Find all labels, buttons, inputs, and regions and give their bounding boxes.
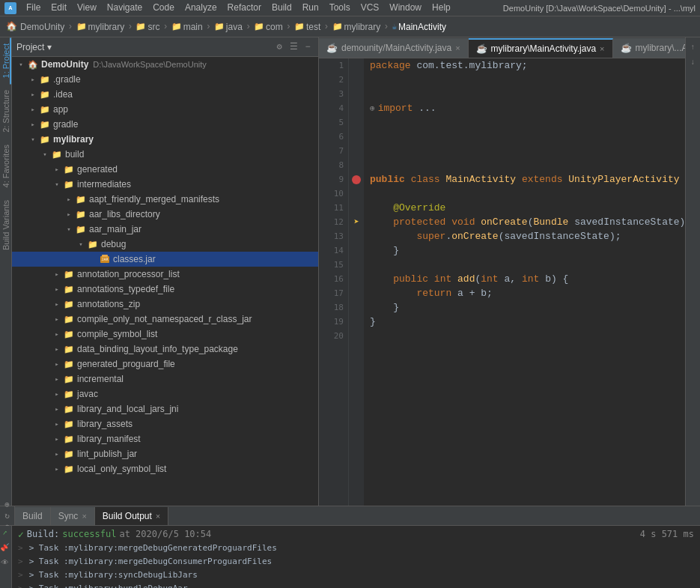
tree-item[interactable]: ▸📁compile_only_not_namespaced_r_class_ja…: [12, 312, 318, 327]
tree-item[interactable]: ▸📁.idea: [12, 87, 318, 102]
tree-item[interactable]: ▸📁compile_symbol_list: [12, 327, 318, 342]
editor-tab[interactable]: ☕mylibrary\MainActivity.java×: [469, 38, 613, 58]
panel-options-btn[interactable]: ☰: [287, 41, 299, 53]
tree-item[interactable]: ▸📁generated_proguard_file: [12, 357, 318, 372]
tree-item[interactable]: ▾📁intermediates: [12, 177, 318, 192]
tree-arrow-icon: ▾: [75, 238, 87, 250]
bottom-tab[interactable]: Build Output ×: [95, 507, 168, 525]
tree-item[interactable]: ▸📁aapt_friendly_merged_manifests: [12, 192, 318, 207]
breadcrumb-test[interactable]: test: [306, 22, 320, 32]
tree-item[interactable]: ▸📁javac: [12, 387, 318, 401]
menu-item-run[interactable]: Run: [297, 1, 324, 13]
line-number: 12: [319, 215, 348, 229]
breadcrumb-mainactivity[interactable]: MainActivity: [398, 22, 446, 32]
tree-item[interactable]: ▸📁gradle: [12, 117, 318, 132]
bottom-pin-btn[interactable]: 📌: [0, 540, 11, 555]
tab-build-variants[interactable]: Build Variants: [0, 194, 11, 256]
breadcrumb-main[interactable]: main: [183, 22, 203, 32]
menu-item-build[interactable]: Build: [267, 1, 297, 13]
menu-item-vcs[interactable]: VCS: [356, 1, 385, 13]
tab-close-btn[interactable]: ×: [455, 43, 460, 52]
menu-item-window[interactable]: Window: [384, 1, 427, 13]
menu-item-code[interactable]: Code: [147, 1, 180, 13]
tab-favorites[interactable]: 4: Favorites: [0, 139, 11, 193]
menu-item-refactor[interactable]: Refactor: [222, 1, 267, 13]
breadcrumb-java[interactable]: java: [226, 22, 243, 32]
menu-item-edit[interactable]: Edit: [46, 1, 72, 13]
code-line: }: [370, 243, 685, 258]
tree-folder-icon: 📁: [39, 88, 51, 100]
tree-item[interactable]: JARclasses.jar: [12, 252, 318, 267]
tree-item[interactable]: ▾🏠DemoUnityD:\JavaWorkSpace\DemoUnity: [12, 57, 318, 72]
tab-label: demounity/MainActivity.java: [341, 43, 451, 53]
tree-folder-icon: JAR: [99, 253, 111, 265]
breadcrumb-demounity[interactable]: DemoUnity: [20, 22, 64, 32]
tree-folder-icon: 📁: [75, 208, 87, 220]
tree-item[interactable]: ▾📁mylibrary: [12, 132, 318, 147]
line-number: 5: [319, 115, 348, 130]
breakpoint-icon[interactable]: [352, 175, 361, 184]
tab-close-btn[interactable]: ×: [600, 44, 604, 53]
bottom-tab-close[interactable]: ×: [82, 512, 86, 521]
tree-item[interactable]: ▸📁lint_publish_jar: [12, 446, 318, 461]
tree-item[interactable]: ▸📁.gradle: [12, 72, 318, 87]
tree-item[interactable]: ▸📁app: [12, 102, 318, 117]
bottom-sync-icon[interactable]: ↻: [4, 511, 10, 521]
menu-item-navigate[interactable]: Navigate: [102, 1, 147, 13]
java-file-icon: ☕: [621, 43, 632, 53]
menu-item-help[interactable]: Help: [427, 1, 456, 13]
breadcrumb-com[interactable]: com: [266, 22, 283, 32]
tab-project[interactable]: 1: Project: [0, 37, 11, 84]
breadcrumb-mylibrary[interactable]: mylibrary: [88, 22, 125, 32]
bottom-tab[interactable]: Build: [15, 507, 51, 525]
bottom-tab[interactable]: Sync ×: [51, 507, 95, 525]
tree-item[interactable]: ▸📁data_binding_layout_info_type_package: [12, 342, 318, 357]
gutter-cell: [349, 243, 364, 258]
bottom-check-icon[interactable]: ✓: [0, 526, 11, 540]
tree-item[interactable]: ▸📁library_assets: [12, 416, 318, 431]
editor-tab[interactable]: ☕mylibrary\...A×: [613, 38, 685, 58]
code-area[interactable]: package com.test.mylibrary;⊕import ...pu…: [364, 58, 685, 506]
tree-item[interactable]: ▾📁build: [12, 147, 318, 162]
fold-icon[interactable]: ⊕: [370, 103, 375, 113]
task-label: > Task :mylibrary:syncDebugLibJars: [29, 570, 198, 580]
code-line: [370, 158, 685, 172]
panel-settings-btn[interactable]: ⚙: [273, 41, 285, 53]
tree-item[interactable]: ▾📁debug: [12, 237, 318, 252]
editor-tab[interactable]: ☕demounity/MainActivity.java×: [319, 38, 469, 58]
gutter-cell: [349, 286, 364, 300]
line-number: 10: [319, 187, 348, 201]
tree-item[interactable]: ▾📁aar_main_jar: [12, 222, 318, 237]
bottom-eye-btn[interactable]: 👁: [0, 555, 11, 569]
tree-item-label: build: [65, 149, 84, 160]
gutter-cell: [349, 258, 364, 272]
tree-item[interactable]: ▸📁local_only_symbol_list: [12, 461, 318, 476]
breadcrumb-mylibrary2[interactable]: mylibrary: [344, 22, 381, 32]
panel-hide-btn[interactable]: −: [302, 41, 314, 53]
menu-item-view[interactable]: View: [72, 1, 102, 13]
menu-item-tools[interactable]: Tools: [324, 1, 356, 13]
tree-item[interactable]: ▸📁generated: [12, 162, 318, 177]
menu-item-file[interactable]: File: [21, 1, 46, 13]
tree-item[interactable]: ▸📁library_manifest: [12, 431, 318, 446]
tab-structure[interactable]: 2: Structure: [0, 84, 11, 139]
line-number: 19: [319, 315, 348, 329]
gutter-cell: [349, 158, 364, 172]
bottom-pin-icon[interactable]: ⊕: [4, 500, 10, 509]
tree-folder-icon: 📁: [63, 313, 75, 325]
tree-item[interactable]: ▸📁library_and_local_jars_jni: [12, 401, 318, 416]
right-icon-1[interactable]: ↑: [687, 40, 700, 54]
breadcrumb-src[interactable]: src: [147, 22, 159, 32]
tree-item[interactable]: ▸📁incremental: [12, 372, 318, 387]
bottom-tab-close[interactable]: ×: [156, 512, 160, 521]
tree-item-path: D:\JavaWorkSpace\DemoUnity: [93, 60, 206, 69]
line-number: 3: [319, 87, 348, 101]
tree-arrow-icon: ▾: [27, 133, 39, 145]
tree-item[interactable]: ▸📁aar_libs_directory: [12, 207, 318, 222]
right-icon-2[interactable]: ↓: [687, 55, 700, 69]
menu-item-analyze[interactable]: Analyze: [180, 1, 222, 13]
tree-item-label: mylibrary: [53, 134, 94, 145]
tree-item[interactable]: ▸📁annotations_typedef_file: [12, 282, 318, 297]
tree-item[interactable]: ▸📁annotations_zip: [12, 297, 318, 312]
tree-item[interactable]: ▸📁annotation_processor_list: [12, 267, 318, 282]
